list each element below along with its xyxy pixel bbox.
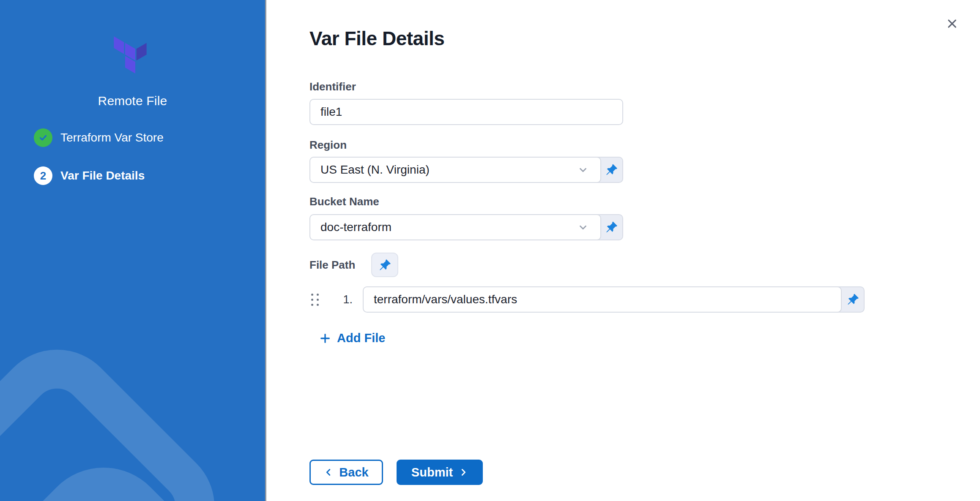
identifier-label: Identifier <box>309 80 356 93</box>
add-file-button[interactable]: Add File <box>319 331 385 345</box>
pin-icon <box>379 259 391 271</box>
wizard-steps: Terraform Var Store 2 Var File Details <box>34 128 164 204</box>
region-label: Region <box>309 139 347 152</box>
file-path-field <box>363 286 865 313</box>
step-var-file-details[interactable]: 2 Var File Details <box>34 166 164 185</box>
identifier-input[interactable] <box>309 99 623 125</box>
bucket-selected-value: doc-terraform <box>310 221 578 234</box>
region-select[interactable]: US East (N. Virginia) <box>309 157 601 183</box>
file-path-row: 1. <box>309 286 865 313</box>
back-button-label: Back <box>339 466 368 479</box>
file-path-label: File Path <box>309 259 355 272</box>
wizard-dialog: Remote File Terraform Var Store 2 Var Fi… <box>0 0 980 501</box>
pin-icon <box>847 294 859 306</box>
terraform-logo-icon <box>112 34 149 76</box>
pin-icon <box>605 164 618 176</box>
plus-icon <box>319 332 331 344</box>
file-row-index: 1. <box>337 293 353 306</box>
chevron-left-icon <box>324 468 333 477</box>
check-icon <box>38 133 48 143</box>
wizard-sidebar: Remote File Terraform Var Store 2 Var Fi… <box>0 0 266 501</box>
back-button[interactable]: Back <box>309 460 383 485</box>
step-number-badge: 2 <box>34 166 52 185</box>
step-number: 2 <box>40 169 46 182</box>
step-completed-badge <box>34 128 52 147</box>
chevron-down-icon <box>578 222 589 233</box>
step-terraform-var-store[interactable]: Terraform Var Store <box>34 128 164 147</box>
bucket-name-label: Bucket Name <box>309 195 379 208</box>
file-path-pin-button[interactable] <box>371 253 398 277</box>
close-button[interactable] <box>944 16 960 31</box>
bucket-name-field: doc-terraform <box>309 214 623 240</box>
page-title: Var File Details <box>309 27 444 50</box>
region-field: US East (N. Virginia) <box>309 157 623 183</box>
add-file-label: Add File <box>337 331 385 345</box>
bucket-name-select[interactable]: doc-terraform <box>309 214 601 240</box>
close-icon <box>946 18 958 30</box>
var-file-details-panel: Var File Details Identifier Region US Ea… <box>266 0 980 501</box>
pin-icon <box>605 221 618 234</box>
submit-button-label: Submit <box>411 466 453 479</box>
dialog-actions: Back Submit <box>309 460 483 485</box>
submit-button[interactable]: Submit <box>397 460 483 485</box>
drag-handle[interactable] <box>311 294 319 306</box>
chevron-down-icon <box>578 164 589 175</box>
file-path-input[interactable] <box>363 286 842 313</box>
file-path-header: File Path <box>309 253 398 277</box>
step-label: Var File Details <box>60 169 145 182</box>
step-label: Terraform Var Store <box>60 131 164 144</box>
product-title: Remote File <box>0 94 265 108</box>
chevron-right-icon <box>459 468 468 477</box>
region-selected-value: US East (N. Virginia) <box>310 163 578 177</box>
